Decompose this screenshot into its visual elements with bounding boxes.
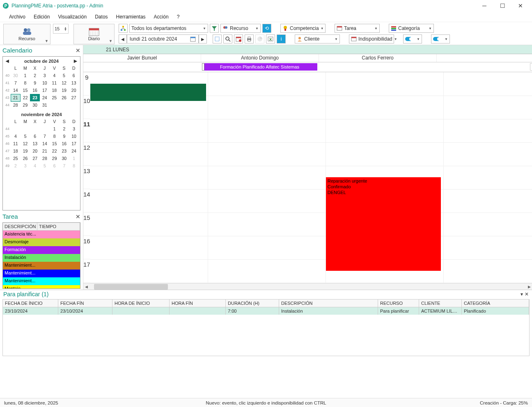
allday-cell[interactable] bbox=[83, 62, 201, 72]
schedule-column[interactable] bbox=[208, 72, 326, 283]
cal-prev[interactable]: ◀ bbox=[6, 59, 9, 63]
cal-day[interactable]: 7 bbox=[11, 79, 21, 87]
menu-archivo[interactable]: Archivo bbox=[6, 13, 29, 21]
allday-cell[interactable]: Formación Planificado Alfatec Sistemas bbox=[201, 62, 319, 72]
cal-day[interactable]: 16 bbox=[60, 140, 69, 147]
date-prev-button[interactable]: ◀ bbox=[119, 34, 127, 43]
competence-dropdown[interactable]: Competencia▼ bbox=[280, 24, 326, 33]
plan-col-header[interactable]: FECHA DE ÍNICIO bbox=[3, 300, 58, 307]
cal-day[interactable]: 2 bbox=[30, 72, 40, 79]
resource-button[interactable]: Recurso ▼ bbox=[3, 24, 50, 44]
client-dropdown[interactable]: Cliente▼ bbox=[295, 34, 340, 43]
cal-day[interactable]: 30 bbox=[11, 72, 21, 79]
excel-button[interactable]: X bbox=[266, 34, 275, 43]
toggle1-dropdown[interactable]: ▼ bbox=[403, 34, 422, 43]
cal-day[interactable]: 19 bbox=[59, 87, 69, 94]
department-dropdown[interactable]: Todos los departamentos▼ bbox=[129, 24, 208, 33]
cal-day[interactable]: 3 bbox=[21, 162, 30, 169]
cal-day[interactable]: 24 bbox=[40, 94, 50, 101]
cal-day[interactable]: 4 bbox=[50, 72, 60, 79]
cal-day[interactable]: 22 bbox=[50, 147, 60, 155]
cal-day[interactable]: 1 bbox=[50, 125, 60, 133]
cal-day[interactable]: 19 bbox=[21, 147, 30, 155]
schedule-column[interactable] bbox=[444, 72, 532, 283]
tarea-item[interactable]: Desmontaje bbox=[3, 238, 80, 246]
cal-day[interactable]: 27 bbox=[30, 155, 40, 162]
cal-day[interactable]: 23 bbox=[60, 147, 69, 155]
cal-day[interactable] bbox=[21, 125, 30, 133]
cal-day[interactable]: 31 bbox=[40, 101, 50, 109]
cal-day[interactable]: 14 bbox=[11, 87, 21, 94]
calendar-red-button[interactable] bbox=[234, 34, 243, 43]
cal-day[interactable]: 1 bbox=[21, 72, 30, 79]
tarea-item[interactable]: Mantenimient... bbox=[3, 277, 80, 285]
tarea-item[interactable]: Mantenimient... bbox=[3, 270, 80, 277]
cal-day[interactable]: 15 bbox=[50, 140, 60, 147]
cal-day[interactable]: 8 bbox=[50, 133, 60, 140]
plan-col-header[interactable]: CLIENTE bbox=[419, 300, 462, 307]
cal-day[interactable]: 21 bbox=[11, 94, 21, 101]
cal-day[interactable]: 8 bbox=[69, 162, 79, 169]
scroll-left-button[interactable]: ◀ bbox=[83, 285, 89, 289]
menu-visualización[interactable]: Visualización bbox=[55, 13, 90, 21]
cal-day[interactable]: 22 bbox=[21, 94, 30, 101]
cal-day[interactable]: 28 bbox=[11, 101, 21, 109]
close-button[interactable]: ✕ bbox=[511, 0, 530, 11]
unavail-dropdown[interactable]: Indisponibilidad▼ bbox=[349, 34, 394, 43]
cal-day[interactable]: 29 bbox=[21, 101, 30, 109]
cal-day[interactable]: 6 bbox=[30, 133, 40, 140]
cal-day[interactable]: 8 bbox=[21, 79, 30, 87]
daily-button[interactable]: Diario ▼ bbox=[73, 24, 115, 44]
count-spinner[interactable]: 15 ▲▼ bbox=[53, 24, 69, 34]
cal-day[interactable]: 18 bbox=[50, 87, 60, 94]
menu-herramientas[interactable]: Herramientas bbox=[113, 13, 149, 21]
cal-day[interactable]: 16 bbox=[30, 87, 40, 94]
calendar-picker-icon[interactable] bbox=[190, 36, 196, 42]
horizontal-scrollbar[interactable]: ◀ ▶ bbox=[83, 283, 532, 290]
plan-row[interactable]: 23/10/202423/10/20247:00InstalaciónPara … bbox=[3, 307, 529, 315]
cal-day[interactable]: 20 bbox=[30, 147, 40, 155]
cal-day[interactable]: 13 bbox=[30, 140, 40, 147]
cal-day[interactable]: 4 bbox=[11, 133, 21, 140]
cal-day[interactable] bbox=[40, 125, 50, 133]
cal-day[interactable]: 26 bbox=[59, 94, 69, 101]
date-field[interactable]: lundi 21 octubre 2024 bbox=[127, 34, 199, 43]
allday-cell[interactable] bbox=[319, 62, 437, 72]
cal-day[interactable]: 24 bbox=[69, 147, 79, 155]
hierarchy-icon-button[interactable] bbox=[119, 24, 128, 33]
cal-day[interactable]: 6 bbox=[50, 162, 60, 169]
cal-day[interactable]: 4 bbox=[30, 162, 40, 169]
group-resource-dropdown[interactable]: Recurso▼ bbox=[220, 24, 261, 33]
cal-day[interactable]: 26 bbox=[21, 155, 30, 162]
plan-col-header[interactable]: DURACIÓN (H) bbox=[226, 300, 279, 307]
plan-col-header[interactable]: HORA FÍN bbox=[170, 300, 226, 307]
select-area-button[interactable] bbox=[213, 34, 222, 43]
cal-day[interactable]: 3 bbox=[40, 72, 50, 79]
tarea-item[interactable]: Formación bbox=[3, 246, 80, 254]
link-icon-button[interactable]: ⟲ bbox=[262, 24, 271, 33]
close-calendar-button[interactable]: ✕ bbox=[76, 47, 80, 54]
cal-day[interactable] bbox=[50, 101, 60, 109]
tarea-item[interactable]: Instalación bbox=[3, 254, 80, 262]
cal-day[interactable]: 9 bbox=[30, 79, 40, 87]
cal-next[interactable]: ▶ bbox=[74, 59, 77, 63]
cal-day[interactable] bbox=[59, 101, 69, 109]
plan-col-header[interactable]: DESCRIPCIÓN bbox=[279, 300, 378, 307]
cal-day[interactable]: 25 bbox=[11, 155, 21, 162]
toggle2-dropdown[interactable]: ▼ bbox=[431, 34, 450, 43]
tarea-item[interactable]: Asistencia téc... bbox=[3, 231, 80, 238]
menu-?[interactable]: ? bbox=[174, 13, 183, 21]
cal-day[interactable]: 29 bbox=[50, 155, 60, 162]
allday-event[interactable]: Formación Planificado Alfatec Sistemas bbox=[202, 63, 317, 71]
cal-day[interactable]: 5 bbox=[40, 162, 50, 169]
menu-acción[interactable]: Acción bbox=[151, 13, 172, 21]
scroll-thumb[interactable] bbox=[94, 284, 168, 290]
cal-day[interactable]: 5 bbox=[21, 133, 30, 140]
schedule-column[interactable]: Reparación urgenteConfirmadoDENGEL bbox=[326, 72, 444, 283]
cal-day[interactable]: 12 bbox=[21, 140, 30, 147]
plan-dropdown-button[interactable]: ▾ bbox=[521, 291, 523, 297]
cal-day[interactable]: 6 bbox=[69, 72, 79, 79]
cal-day[interactable]: 10 bbox=[69, 133, 79, 140]
cal-day[interactable]: 21 bbox=[40, 147, 50, 155]
cal-day[interactable]: 20 bbox=[69, 87, 79, 94]
